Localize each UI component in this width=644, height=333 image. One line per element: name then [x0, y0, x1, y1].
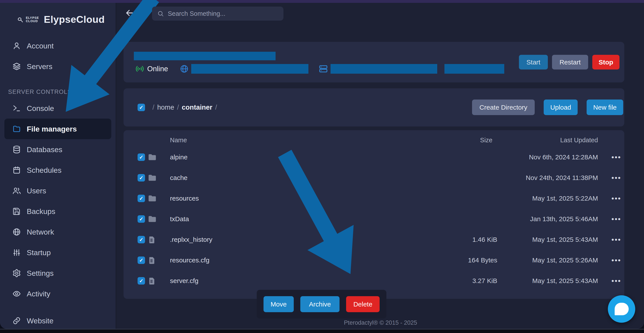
row-checkbox[interactable] [138, 215, 145, 223]
row-menu-icon[interactable] [611, 176, 624, 180]
breadcrumb-slash: / [177, 104, 179, 111]
file-name[interactable]: resources [163, 195, 414, 202]
sidebar-item-console[interactable]: Console [0, 98, 116, 119]
row-menu-icon[interactable] [611, 217, 624, 221]
sidebar-item-servers[interactable]: Servers [0, 56, 116, 77]
signal-icon [135, 64, 144, 74]
main-content: Online Start Restart Stop [116, 3, 644, 329]
file-size: 1.46 KiB [414, 236, 497, 243]
sidebar-item-label: Website [27, 316, 54, 325]
chat-bubble-icon [615, 303, 629, 315]
sidebar-item-schedules[interactable]: Schedules [0, 160, 116, 180]
row-menu-icon[interactable] [611, 196, 624, 201]
sidebar-item-label: File managers [27, 125, 77, 133]
breadcrumb-card: / home / container / Create Directory Up… [124, 88, 624, 127]
row-menu-icon[interactable] [611, 258, 624, 262]
row-checkbox[interactable] [138, 256, 145, 264]
breadcrumb-home[interactable]: home [157, 104, 174, 111]
sidebar: ELYPSE CLOUD ElypseCloud Account Servers… [0, 3, 116, 329]
table-row[interactable]: txData Jan 13th, 2025 5:46AM [124, 209, 624, 229]
folder-icon [12, 125, 21, 133]
sidebar-item-label: Activity [27, 290, 50, 298]
file-name[interactable]: txData [163, 215, 414, 223]
row-menu-icon[interactable] [611, 237, 624, 242]
sliders-icon [12, 248, 21, 257]
file-name[interactable]: cache [163, 174, 414, 182]
file-name[interactable]: resources.cfg [163, 256, 414, 264]
row-menu-icon[interactable] [611, 279, 624, 283]
sidebar-item-label: Backups [27, 207, 55, 216]
create-directory-button[interactable]: Create Directory [472, 100, 535, 115]
stop-button[interactable]: Stop [592, 55, 620, 70]
window-top-strip [0, 0, 644, 3]
node-icon [318, 64, 328, 74]
gear-icon [12, 269, 21, 277]
file-name[interactable]: .replxx_history [163, 236, 414, 243]
server-address-redaction [191, 64, 308, 74]
column-header-updated: Last Updated [497, 137, 598, 144]
breadcrumb: / home / container / [152, 104, 217, 111]
file-updated: Nov 24th, 2024 11:38PM [497, 174, 598, 182]
folder-icon [148, 194, 157, 203]
table-row[interactable]: resources.cfg 164 Bytes May 1st, 2025 5:… [124, 250, 624, 270]
sidebar-item-settings[interactable]: Settings [0, 263, 116, 283]
table-row[interactable]: cache Nov 24th, 2024 11:38PM [124, 167, 624, 188]
row-menu-icon[interactable] [611, 155, 624, 159]
breadcrumb-slash: / [152, 104, 154, 111]
layers-icon [12, 62, 21, 71]
server-status-card: Online Start Restart Stop [124, 42, 624, 82]
sidebar-item-account[interactable]: Account [0, 36, 116, 56]
sidebar-item-users[interactable]: Users [0, 180, 116, 201]
breadcrumb-current[interactable]: container [182, 104, 212, 111]
breadcrumb-slash: / [215, 104, 217, 111]
server-status-row: Online [124, 63, 504, 74]
search-bar[interactable] [152, 7, 284, 21]
search-icon [157, 10, 164, 17]
sidebar-item-label: Settings [27, 269, 54, 277]
sidebar-item-file-managers[interactable]: File managers [4, 119, 111, 139]
sidebar-item-activity[interactable]: Activity [0, 283, 116, 304]
back-arrow-icon[interactable] [124, 8, 135, 18]
column-header-name: Name [163, 137, 414, 144]
users-icon [12, 186, 21, 195]
delete-button[interactable]: Delete [346, 296, 380, 312]
sidebar-item-website[interactable]: Website [0, 310, 116, 329]
select-all-checkbox[interactable] [138, 104, 145, 111]
sidebar-item-startup[interactable]: Startup [0, 242, 116, 263]
sidebar-item-label: Databases [27, 145, 62, 154]
archive-button[interactable]: Archive [300, 296, 340, 312]
row-checkbox[interactable] [138, 277, 145, 284]
sidebar-item-label: Account [27, 42, 54, 50]
file-name[interactable]: alpine [163, 153, 414, 161]
start-button[interactable]: Start [519, 55, 548, 70]
chat-widget-button[interactable] [608, 295, 635, 323]
upload-button[interactable]: Upload [544, 100, 578, 115]
table-row[interactable]: server.cfg 3.27 KiB May 1st, 2025 5:43AM [124, 270, 624, 291]
table-row[interactable]: alpine Nov 6th, 2024 12:28AM [124, 147, 624, 167]
row-checkbox[interactable] [138, 174, 145, 182]
row-checkbox[interactable] [138, 195, 145, 202]
server-name-redaction [134, 52, 276, 60]
save-icon [12, 207, 21, 216]
folder-icon [148, 153, 157, 162]
server-node-redaction [330, 64, 437, 74]
move-button[interactable]: Move [264, 296, 294, 312]
file-icon [148, 256, 157, 265]
new-file-button[interactable]: New file [586, 100, 623, 115]
table-row[interactable]: resources May 1st, 2025 5:22AM [124, 188, 624, 209]
sidebar-item-databases[interactable]: Databases [0, 139, 116, 160]
link-icon [12, 316, 21, 325]
row-checkbox[interactable] [138, 153, 145, 161]
restart-button[interactable]: Restart [552, 55, 588, 70]
sidebar-section-label: SERVER CONTROLS [8, 88, 116, 96]
sidebar-item-label: Schedules [27, 166, 62, 174]
sidebar-item-backups[interactable]: Backups [0, 201, 116, 222]
file-icon [148, 235, 157, 244]
file-updated: May 1st, 2025 5:26AM [497, 256, 598, 264]
file-name[interactable]: server.cfg [163, 277, 414, 284]
search-input[interactable] [167, 10, 278, 18]
file-size: 3.27 KiB [414, 277, 497, 284]
row-checkbox[interactable] [138, 236, 145, 243]
table-row[interactable]: .replxx_history 1.46 KiB May 1st, 2025 5… [124, 229, 624, 250]
sidebar-item-network[interactable]: Network [0, 222, 116, 242]
